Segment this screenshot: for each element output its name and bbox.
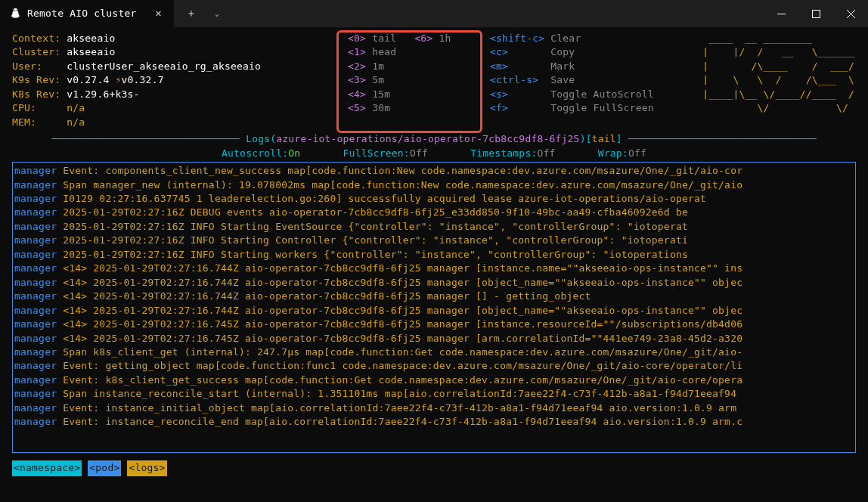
log-line: manager Span instance_reconcile_start (i… — [14, 387, 854, 401]
bolt-icon: ⚡ — [115, 74, 121, 85]
log-line: manager Span manager_new (internal): 19.… — [14, 178, 854, 192]
log-line: manager Event: getting_object map[code.f… — [14, 359, 854, 373]
maximize-button[interactable] — [798, 0, 833, 27]
svg-point-1 — [16, 10, 17, 11]
svg-point-0 — [14, 10, 14, 11]
log-line: manager 2025-01-29T02:27:16Z DEBUG event… — [14, 206, 854, 219]
shortcut-4[interactable]: <4> — [348, 88, 366, 100]
log-line: manager Event: k8s_client_get_success ma… — [14, 373, 854, 387]
tab-close-button[interactable]: ✕ — [152, 5, 165, 23]
log-line: manager Span k8s_client_get (internal): … — [14, 346, 854, 359]
k9s-logo-ascii: ____ __ ________ | |/ / __ \______ | /\_… — [702, 32, 854, 116]
action-shortcuts: <shift-c> Clear <c> Copy <m> Mark <ctrl-… — [490, 32, 654, 116]
new-tab-button[interactable]: ＋ — [180, 3, 203, 24]
logs-header: ─────────────────────────────── Logs(azu… — [12, 132, 856, 146]
log-line: manager <14> 2025-01-29T02:27:16.744Z ai… — [14, 262, 854, 275]
close-window-button[interactable] — [833, 0, 868, 27]
titlebar: Remote AIO cluster ✕ ＋ ⌄ — [0, 0, 868, 27]
svg-rect-3 — [812, 10, 820, 17]
minimize-button[interactable] — [764, 0, 798, 27]
log-line: manager I0129 02:27:16.637745 1 leaderel… — [14, 192, 854, 206]
log-line: manager 2025-01-29T02:27:16Z INFO Starti… — [14, 234, 854, 247]
log-line: manager 2025-01-29T02:27:16Z INFO Starti… — [14, 220, 854, 234]
log-line: manager <14> 2025-01-29T02:27:16.744Z ai… — [14, 290, 854, 303]
shortcut-copy[interactable]: <c> — [490, 46, 508, 57]
shortcut-mark[interactable]: <m> — [490, 60, 508, 72]
log-line: manager Event: instance_reconcile_end ma… — [14, 415, 854, 429]
log-line: manager Event: components_client_new_suc… — [14, 164, 854, 178]
terminal-tab[interactable]: Remote AIO cluster ✕ — [0, 0, 174, 27]
shortcut-autoscroll[interactable]: <s> — [490, 88, 508, 100]
shortcut-5[interactable]: <5> — [348, 102, 366, 113]
shortcut-save[interactable]: <ctrl-s> — [490, 74, 538, 85]
context-info: Context: akseeaio Cluster: akseeaio User… — [12, 32, 261, 129]
shortcut-1[interactable]: <1> — [348, 46, 366, 57]
tab-title: Remote AIO cluster — [27, 7, 146, 20]
log-line: manager Event: instance_initial_object m… — [14, 401, 854, 415]
log-line: manager <14> 2025-01-29T02:27:16.744Z ai… — [14, 276, 854, 290]
log-line: manager <14> 2025-01-29T02:27:16.745Z ai… — [14, 318, 854, 331]
time-shortcuts: <0> tail <6> 1h <1> head <2> 1m <3> 5m <… — [348, 32, 451, 116]
shortcut-clear[interactable]: <shift-c> — [490, 33, 544, 44]
log-line: manager 2025-01-29T02:27:16Z INFO Starti… — [14, 248, 854, 262]
status-row: Autoscroll:On FullScreen:Off Timestamps:… — [12, 147, 856, 160]
shortcut-6[interactable]: <6> — [414, 33, 432, 44]
terminal-content: Context: akseeaio Cluster: akseeaio User… — [0, 27, 868, 484]
log-view[interactable]: manager Event: components_client_new_suc… — [12, 162, 856, 453]
tab-dropdown-button[interactable]: ⌄ — [206, 3, 228, 24]
shortcut-2[interactable]: <2> — [348, 60, 366, 72]
log-line: manager <14> 2025-01-29T02:27:16.744Z ai… — [14, 304, 854, 318]
log-line: manager <14> 2025-01-29T02:27:16.745Z ai… — [14, 332, 854, 346]
shortcut-fullscreen[interactable]: <f> — [490, 102, 508, 113]
crumb-logs[interactable]: <logs> — [127, 460, 166, 476]
shortcut-0[interactable]: <0> — [348, 33, 366, 44]
linux-icon — [9, 8, 21, 20]
shortcut-3[interactable]: <3> — [348, 74, 366, 85]
breadcrumbs: <namespace> <pod> <logs> — [12, 460, 856, 476]
crumb-namespace[interactable]: <namespace> — [12, 460, 82, 476]
crumb-pod[interactable]: <pod> — [88, 460, 121, 476]
